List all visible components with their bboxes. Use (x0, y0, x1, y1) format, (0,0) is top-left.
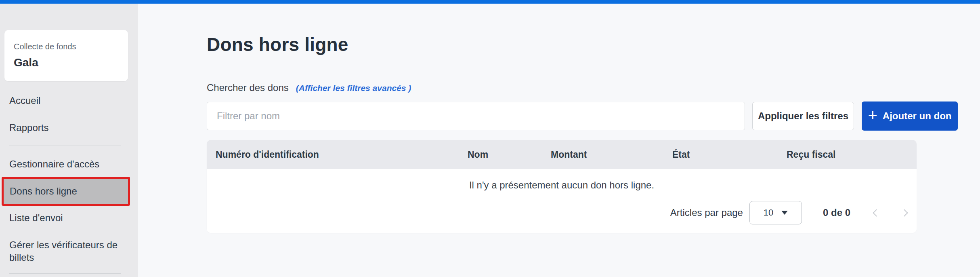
pagination-bar: Articles par page 10 0 de 0 (670, 201, 907, 225)
top-accent-bar (0, 0, 980, 4)
sidebar-divider (9, 146, 121, 146)
column-header-montant: Montant (551, 140, 587, 169)
campaign-type-label: Collecte de fonds (14, 42, 128, 51)
table-body: Il n'y a présentement aucun don hors lig… (207, 169, 917, 233)
filter-by-name-input[interactable] (207, 102, 745, 130)
campaign-card: Collecte de fonds Gala (4, 30, 128, 81)
add-donation-button-label: Ajouter un don (883, 110, 952, 122)
items-per-page-select[interactable]: 10 (749, 201, 802, 224)
sidebar-item-accueil[interactable]: Accueil (9, 93, 40, 108)
sidebar-item-verificateurs-billets[interactable]: Gérer les vérificateurs de billets (9, 239, 118, 264)
search-section-label: Chercher des dons (207, 82, 289, 93)
column-header-identification: Numéro d'identification (216, 140, 319, 169)
caret-down-icon (781, 211, 788, 215)
chevron-left-icon[interactable] (873, 209, 880, 216)
table-header-row: Numéro d'identification Nom Montant État… (207, 140, 917, 169)
column-header-nom: Nom (468, 140, 488, 169)
sidebar-item-rapports[interactable]: Rapports (9, 121, 48, 135)
sidebar-divider (9, 273, 121, 274)
empty-state-message: Il n'y a présentement aucun don hors lig… (207, 180, 917, 191)
sidebar: Collecte de fonds Gala Accueil Rapports … (0, 4, 138, 277)
main-content: Dons hors ligne Chercher des dons (Affic… (138, 4, 980, 277)
column-header-etat: État (672, 140, 690, 169)
donations-table: Numéro d'identification Nom Montant État… (207, 140, 917, 233)
sidebar-item-gestionnaire-acces[interactable]: Gestionnaire d'accès (9, 157, 99, 171)
search-label-row: Chercher des dons (Afficher les filtres … (207, 82, 411, 93)
advanced-filters-link[interactable]: (Afficher les filtres avancés ) (296, 83, 411, 93)
page-title: Dons hors ligne (207, 34, 348, 55)
chevron-right-icon[interactable] (900, 209, 908, 216)
plus-icon: + (868, 107, 877, 123)
pagination-range-text: 0 de 0 (823, 207, 850, 218)
sidebar-item-dons-hors-ligne[interactable]: Dons hors ligne (4, 179, 128, 204)
sidebar-item-liste-envoi[interactable]: Liste d'envoi (9, 211, 63, 225)
campaign-name: Gala (14, 56, 128, 69)
add-donation-button[interactable]: + Ajouter un don (862, 101, 958, 131)
apply-filters-button[interactable]: Appliquer les filtres (752, 102, 854, 130)
active-item-highlight-box: Dons hors ligne (2, 177, 130, 206)
items-per-page-label: Articles par page (670, 207, 743, 218)
items-per-page-value: 10 (764, 207, 773, 218)
column-header-recu-fiscal: Reçu fiscal (787, 140, 835, 169)
